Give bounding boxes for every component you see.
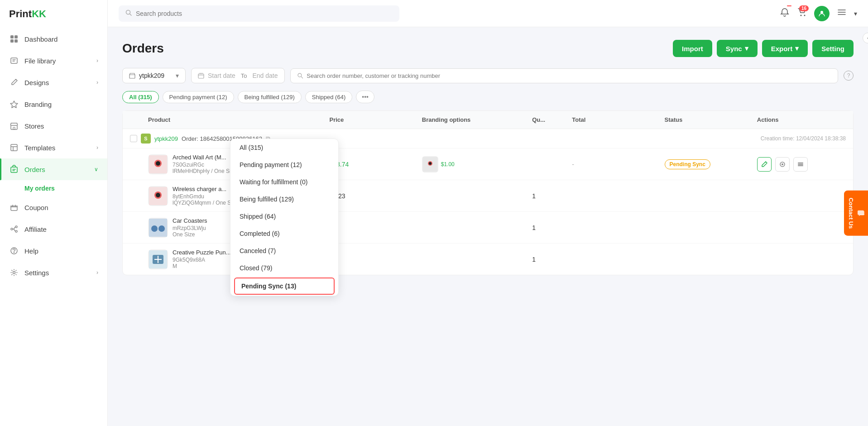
export-button[interactable]: Export ▾ <box>762 40 808 57</box>
sidebar-item-file-library[interactable]: File library › <box>0 50 107 72</box>
more-action-btn[interactable] <box>793 157 808 172</box>
help-circle-icon[interactable]: ? <box>844 71 854 81</box>
search-bar[interactable] <box>119 5 399 22</box>
product-details: Arched Wall Art (M... 7S0GzuiRGc lRMeHHD… <box>173 154 236 174</box>
sidebar-sub-item-label: My orders <box>24 185 55 192</box>
status-cell: Pending Sync <box>665 159 753 169</box>
dropdown-item-waiting[interactable]: Waiting for fulfillment (0) <box>230 173 338 191</box>
store-filter[interactable]: ytpkk209 ▾ <box>122 68 186 83</box>
product-sku: 8ytEnhGmdu <box>173 193 238 200</box>
header-checkbox <box>130 116 144 123</box>
sidebar-item-label: Coupon <box>24 204 48 211</box>
start-date[interactable]: Start date <box>208 72 235 79</box>
notification-badge <box>787 5 791 6</box>
sidebar-item-coupon[interactable]: Coupon <box>0 196 107 218</box>
sidebar-item-templates[interactable]: Templates › <box>0 137 107 158</box>
product-details: Car Coasters mRzpG3LWju One Size <box>173 217 207 238</box>
designs-icon <box>9 77 19 87</box>
menu-btn[interactable] <box>837 7 847 19</box>
product-name: Car Coasters <box>173 217 207 224</box>
dropdown-item-being-fulfilled[interactable]: Being fulfilled (129) <box>230 191 338 208</box>
tab-being-fulfilled[interactable]: Being fulfilled (129) <box>238 91 302 103</box>
topbar-right: 16 ▾ <box>780 6 857 21</box>
sidebar-item-branding[interactable]: Branding <box>0 93 107 115</box>
contact-us-btn[interactable]: Contact Us <box>844 190 868 236</box>
svg-point-29 <box>782 163 783 165</box>
sidebar-item-stores[interactable]: Stores <box>0 115 107 137</box>
sync-button[interactable]: Sync ▾ <box>717 40 758 57</box>
chevron-down-icon: ▾ <box>795 44 799 53</box>
product-variant: M <box>173 263 231 269</box>
svg-rect-30 <box>798 163 803 163</box>
svg-point-21 <box>297 73 301 77</box>
import-button[interactable]: Import <box>673 40 712 57</box>
sidebar-item-dashboard[interactable]: Dashboard <box>0 28 107 50</box>
sidebar-item-label: Designs <box>24 79 49 86</box>
svg-rect-8 <box>11 144 17 151</box>
dropdown-item-completed[interactable]: Completed (6) <box>230 225 338 242</box>
dropdown-toggle[interactable]: ▾ <box>854 10 857 17</box>
header-actions: Actions <box>757 116 846 123</box>
sidebar-item-designs[interactable]: Designs › <box>0 72 107 93</box>
svg-point-17 <box>804 15 806 16</box>
stores-icon <box>9 121 19 131</box>
sidebar-item-help[interactable]: Help <box>0 240 107 262</box>
sidebar-item-affiliate[interactable]: Affiliate <box>0 218 107 240</box>
tab-shipped[interactable]: Shipped (64) <box>305 91 352 103</box>
product-thumb <box>148 154 168 174</box>
sidebar-item-label: Templates <box>24 144 55 152</box>
cart-btn[interactable]: 16 <box>797 7 807 19</box>
store-icon <box>129 72 135 79</box>
sidebar-item-label: Settings <box>24 269 49 277</box>
svg-point-35 <box>156 193 160 197</box>
search-input[interactable] <box>136 10 393 17</box>
order-search-input[interactable] <box>307 72 831 79</box>
product-variant: lQYZiQGMqmm / One Size <box>173 200 238 206</box>
dropdown-item-pending-sync[interactable]: Pending Sync (13) <box>234 278 335 295</box>
sidebar-item-orders[interactable]: Orders ∨ <box>0 158 107 180</box>
svg-point-18 <box>820 11 823 14</box>
chevron-right-icon: › <box>96 269 98 276</box>
avatar-btn[interactable] <box>814 6 830 21</box>
chat-icon <box>857 210 864 217</box>
notification-btn[interactable] <box>780 7 790 19</box>
total-cell: - <box>572 161 661 168</box>
branding-price: $1.00 <box>441 161 455 168</box>
dropdown-item-canceled[interactable]: Canceled (7) <box>230 242 338 259</box>
topbar: 16 ▾ <box>108 0 868 27</box>
svg-rect-2 <box>10 39 14 43</box>
svg-rect-31 <box>798 164 803 165</box>
sidebar-item-settings[interactable]: Settings › <box>0 262 107 283</box>
sidebar-item-label: Orders <box>24 166 45 173</box>
svg-point-27 <box>429 162 432 165</box>
product-details: Wireless charger a... 8ytEnhGmdu lQYZiQG… <box>173 186 238 206</box>
more-tabs-btn[interactable]: ••• <box>356 91 374 103</box>
header-total: Total <box>572 116 661 123</box>
date-filter[interactable]: Start date To End date <box>191 68 285 83</box>
store-filter-value: ytpkk209 <box>139 72 164 79</box>
order-id[interactable]: ytpkk209 <box>154 135 178 142</box>
chevron-right-icon: › <box>96 79 98 86</box>
order-search[interactable] <box>290 68 839 83</box>
header-price: Price <box>330 116 418 123</box>
view-action-btn[interactable] <box>775 157 790 172</box>
sidebar-item-label: File library <box>24 57 56 65</box>
end-date[interactable]: End date <box>252 72 278 79</box>
tab-pending-payment[interactable]: Pending payment (12) <box>163 91 234 103</box>
product-thumb <box>148 249 168 269</box>
setting-button[interactable]: Setting <box>812 40 854 57</box>
edit-action-btn[interactable] <box>757 157 772 172</box>
sidebar-sub-item-my-orders[interactable]: My orders <box>0 180 107 196</box>
dropdown-item-pending-payment[interactable]: Pending payment (12) <box>230 156 338 173</box>
branding-icon <box>9 99 19 109</box>
dropdown-item-all[interactable]: All (315) <box>230 139 338 156</box>
tab-all[interactable]: All (315) <box>122 91 159 103</box>
product-details: Creative Puzzle Pun... 9Gk5Q9x68A M <box>173 249 231 269</box>
dropdown-item-closed[interactable]: Closed (79) <box>230 259 338 277</box>
price-cell: $7.23 <box>330 192 418 200</box>
svg-rect-0 <box>10 35 14 38</box>
order-checkbox[interactable] <box>130 135 137 142</box>
product-sku: 7S0GzuiRGc <box>173 162 236 168</box>
dropdown-item-shipped[interactable]: Shipped (64) <box>230 208 338 225</box>
sidebar: PrintKK Dashboard File library › Designs… <box>0 0 108 426</box>
